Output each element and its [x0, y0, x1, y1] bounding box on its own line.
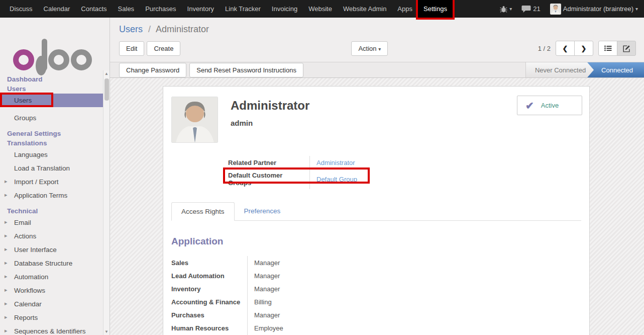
nav-purchases[interactable]: Purchases [140, 0, 181, 18]
tab-preferences[interactable]: Preferences [235, 202, 290, 220]
status-states: Never Connected Connected [525, 62, 644, 77]
sidebar-item-groups[interactable]: Groups [0, 111, 110, 125]
nav-calendar[interactable]: Calendar [38, 0, 76, 18]
default-group-link[interactable]: Default Group [310, 176, 357, 183]
change-password-button[interactable]: Change Password [119, 63, 186, 77]
sidebar-item-reports[interactable]: ▸ Reports [0, 311, 110, 324]
sidebar-item-email[interactable]: ▸ Email [0, 216, 110, 229]
create-button[interactable]: Create [147, 41, 180, 56]
sidebar-item-sequences-identifiers[interactable]: ▸ Sequences & Identifiers [0, 324, 110, 335]
user-name-label: Administrator (braintree) [563, 5, 633, 13]
expand-caret-icon: ▸ [5, 246, 8, 253]
expand-caret-icon: ▸ [5, 287, 8, 293]
table-row: Accounting & Finance Billing [171, 295, 581, 308]
sidebar-heading-general-settings[interactable]: General Settings [0, 129, 110, 138]
sidebar-item-import-export[interactable]: ▸ Import / Export [0, 175, 110, 189]
form-view-button[interactable] [617, 41, 636, 56]
sidebar-item-users-label: Users [14, 97, 32, 104]
nav-invoicing[interactable]: Invoicing [266, 0, 303, 18]
message-count-badge: 21 [533, 5, 540, 13]
expand-caret-icon: ▸ [5, 232, 8, 239]
send-reset-password-button[interactable]: Send Reset Password Instructions [189, 63, 303, 77]
breadcrumb: Users / Administrator [110, 18, 644, 37]
sidebar-item-application-terms[interactable]: ▸ Application Terms [0, 189, 110, 202]
sidebar-item-automation[interactable]: ▸ Automation [0, 270, 110, 284]
table-row: Human Resources Employee [171, 321, 581, 334]
nav-website[interactable]: Website [303, 0, 338, 18]
check-icon: ✔ [525, 100, 534, 112]
user-login: admin [231, 119, 309, 127]
nav-settings[interactable]: Settings [418, 0, 453, 18]
nav-apps[interactable]: Apps [392, 0, 418, 18]
form-edit-icon [623, 45, 630, 52]
caret-down-icon: ▾ [635, 6, 638, 12]
status-connected[interactable]: Connected [587, 62, 644, 77]
expand-caret-icon: ▸ [5, 219, 8, 225]
sidebar-heading-technical[interactable]: Technical [0, 206, 110, 216]
settings-sidebar: Dashboard Users Users Groups General Set… [0, 18, 110, 335]
list-view-icon [604, 45, 612, 51]
sidebar-heading-translations[interactable]: Translations [0, 138, 110, 148]
nav-contacts[interactable]: Contacts [75, 0, 112, 18]
list-view-button[interactable] [598, 41, 617, 56]
user-menu[interactable]: Administrator (braintree) ▾ [547, 4, 641, 15]
status-never-connected[interactable]: Never Connected [525, 62, 594, 77]
sidebar-heading-dashboard[interactable]: Dashboard [0, 74, 110, 84]
top-menu: Discuss Calendar Contacts Sales Purchase… [4, 0, 453, 18]
scroll-down-icon[interactable]: ▼ [103, 328, 110, 335]
pager: 1 / 2 ❮ ❯ [538, 41, 636, 56]
statusbar: Change Password Send Reset Password Inst… [110, 62, 644, 78]
logo-letter-o3 [71, 49, 92, 70]
scrollbar-thumb[interactable] [104, 78, 109, 101]
sidebar-item-database-structure[interactable]: ▸ Database Structure [0, 257, 110, 270]
top-navigation-bar: Discuss Calendar Contacts Sales Purchase… [0, 0, 644, 18]
pager-count: 1 / 2 [538, 45, 551, 52]
nav-discuss[interactable]: Discuss [4, 0, 38, 18]
breadcrumb-separator: / [145, 24, 154, 34]
active-toggle[interactable]: ✔ Active [517, 96, 582, 115]
sidebar-heading-users[interactable]: Users [0, 84, 110, 94]
breadcrumb-current: Administrator [156, 24, 209, 34]
sidebar-item-calendar[interactable]: ▸ Calendar [0, 297, 110, 311]
messages-menu[interactable]: 21 [518, 5, 543, 13]
scroll-up-icon[interactable]: ▲ [103, 70, 110, 77]
sidebar-item-user-interface[interactable]: ▸ User Interface [0, 243, 110, 257]
active-label: Active [541, 102, 559, 109]
logo-letter-o2 [48, 49, 69, 70]
table-row: Inventory Manager [171, 282, 581, 295]
nav-link-tracker[interactable]: Link Tracker [220, 0, 266, 18]
sidebar-scrollbar[interactable]: ▲ ▼ [103, 70, 110, 335]
application-access-table: Sales Manager Lead Automation Manager In… [171, 256, 581, 335]
sidebar-menu: Dashboard Users Users Groups General Set… [0, 70, 110, 335]
sidebar-item-actions[interactable]: ▸ Actions [0, 229, 110, 243]
chevron-left-icon: ❮ [563, 45, 568, 52]
user-form-sheet: Administrator admin ✔ Active Related Par… [163, 86, 590, 335]
bug-icon [500, 6, 507, 13]
field-related-partner: Related Partner Administrator [228, 156, 581, 169]
sidebar-item-workflows[interactable]: ▸ Workflows [0, 284, 110, 297]
sidebar-item-users[interactable]: Users [0, 94, 110, 107]
nav-sales[interactable]: Sales [113, 0, 140, 18]
edit-button[interactable]: Edit [119, 41, 144, 56]
chat-bubble-icon [521, 5, 531, 13]
action-dropdown-button[interactable]: Action ▾ [351, 41, 388, 56]
breadcrumb-users-link[interactable]: Users [119, 24, 143, 34]
chevron-right-icon: ❯ [581, 45, 587, 52]
user-photo[interactable] [171, 97, 218, 143]
field-label: Default Customer Groups [228, 169, 310, 189]
pager-previous-button[interactable]: ❮ [556, 41, 575, 56]
field-group: Related Partner Administrator Default Cu… [228, 156, 581, 189]
logo-letter-d [36, 61, 47, 70]
expand-caret-icon: ▸ [5, 192, 8, 198]
debug-menu[interactable]: ▾ [497, 6, 515, 13]
related-partner-link[interactable]: Administrator [310, 159, 355, 166]
sidebar-item-load-a-translation[interactable]: Load a Translation [0, 161, 110, 175]
table-row: Sales Manager [171, 256, 581, 269]
tab-access-rights[interactable]: Access Rights [171, 202, 235, 221]
pager-next-button[interactable]: ❯ [574, 41, 593, 56]
field-default-customer-groups: Default Customer Groups Default Group [228, 169, 581, 189]
sidebar-item-languages[interactable]: Languages [0, 148, 110, 161]
nav-website-admin[interactable]: Website Admin [338, 0, 392, 18]
expand-caret-icon: ▸ [5, 273, 8, 280]
nav-inventory[interactable]: Inventory [182, 0, 220, 18]
